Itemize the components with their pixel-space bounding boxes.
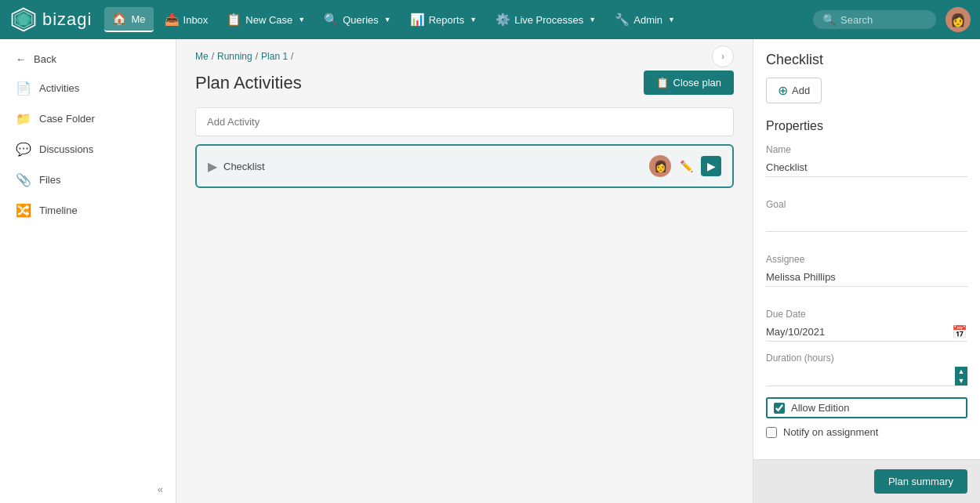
- allow-edition-checkbox[interactable]: [774, 403, 785, 414]
- inbox-icon: 📥: [165, 13, 180, 27]
- duration-increment[interactable]: ▲: [955, 367, 967, 376]
- nav-item-queries[interactable]: 🔍 Queries ▼: [316, 8, 398, 31]
- name-label: Name: [766, 144, 967, 155]
- breadcrumb-running[interactable]: Running: [217, 51, 252, 62]
- duration-field[interactable]: [766, 367, 955, 385]
- discussions-icon: 💬: [16, 142, 31, 157]
- sidebar-item-case-folder[interactable]: 📁 Case Folder: [0, 103, 176, 134]
- page-title: Plan Activities: [195, 73, 302, 93]
- user-avatar[interactable]: 👩: [946, 7, 971, 32]
- plan-summary-button[interactable]: Plan summary: [874, 469, 967, 494]
- prop-group-due-date: Due Date 📅: [766, 309, 967, 342]
- allow-edition-checkbox-group[interactable]: Allow Edition: [766, 397, 967, 418]
- reports-arrow: ▼: [470, 16, 477, 24]
- main-layout: ← Back 📄 Activities 📁 Case Folder 💬 Disc…: [0, 39, 980, 503]
- prop-group-assignee: Assignee: [766, 254, 967, 298]
- prop-group-goal: Goal: [766, 199, 967, 243]
- duration-label: Duration (hours): [766, 353, 967, 364]
- calendar-icon[interactable]: 📅: [952, 324, 967, 339]
- activity-edit-button[interactable]: ✏️: [676, 156, 696, 176]
- sidebar-item-timeline[interactable]: 🔀 Timeline: [0, 195, 176, 226]
- activity-play-icon: ▶: [208, 159, 217, 174]
- add-button[interactable]: ⊕ Add: [766, 78, 822, 103]
- live-processes-arrow: ▼: [589, 16, 596, 24]
- due-date-label: Due Date: [766, 309, 967, 320]
- add-activity-input[interactable]: [195, 107, 734, 136]
- timeline-icon: 🔀: [16, 203, 31, 218]
- due-date-field[interactable]: [766, 323, 952, 341]
- logo-text: bizagi: [42, 9, 92, 30]
- logo[interactable]: bizagi: [9, 5, 92, 34]
- collapse-icon: «: [158, 483, 163, 495]
- notify-assignment-checkbox-group: Notify on assignment: [766, 426, 967, 438]
- activity-card-checklist: ▶ Checklist 👩 ✏️ ▶: [195, 144, 734, 188]
- chevron-right-icon: ›: [721, 51, 724, 62]
- goal-field[interactable]: [766, 213, 967, 232]
- right-panel-footer: Plan summary: [753, 459, 980, 503]
- sidebar-back[interactable]: ← Back: [0, 45, 176, 73]
- sidebar-item-files[interactable]: 📎 Files: [0, 165, 176, 195]
- assignee-field[interactable]: [766, 268, 967, 287]
- panel-collapse-button[interactable]: ›: [712, 45, 734, 67]
- admin-arrow: ▼: [668, 16, 675, 24]
- prop-group-duration: Duration (hours) ▲ ▼: [766, 353, 967, 386]
- activity-submit-button[interactable]: ▶: [701, 156, 721, 176]
- name-field[interactable]: [766, 158, 967, 177]
- live-processes-icon: ⚙️: [495, 13, 510, 27]
- sidebar-item-activities[interactable]: 📄 Activities: [0, 73, 176, 103]
- content-area: Me / Running / Plan 1 / › Plan Activitie…: [176, 39, 753, 503]
- top-navigation: bizagi 🏠 Me 📥 Inbox 📋 New Case ▼ 🔍 Queri…: [0, 0, 980, 39]
- activity-name: Checklist: [223, 161, 265, 172]
- add-circle-icon: ⊕: [778, 83, 788, 98]
- close-plan-icon: 📋: [656, 77, 669, 89]
- breadcrumb-plan1[interactable]: Plan 1: [261, 51, 288, 62]
- duration-spinner: ▲ ▼: [955, 367, 967, 385]
- plan-header: Plan Activities 📋 Close plan: [195, 71, 734, 95]
- notify-assignment-label: Notify on assignment: [783, 426, 878, 438]
- duration-decrement[interactable]: ▼: [955, 376, 967, 385]
- right-panel: Checklist ⊕ Add Properties Name Goal Ass…: [753, 39, 980, 503]
- new-case-arrow: ▼: [298, 16, 305, 24]
- breadcrumb-me[interactable]: Me: [195, 51, 209, 62]
- due-date-wrapper: 📅: [766, 323, 967, 342]
- activity-assignee-avatar: 👩: [649, 155, 671, 177]
- sidebar-item-discussions[interactable]: 💬 Discussions: [0, 134, 176, 165]
- nav-item-live-processes[interactable]: ⚙️ Live Processes ▼: [488, 8, 604, 31]
- notify-assignment-checkbox[interactable]: [766, 427, 777, 438]
- reports-icon: 📊: [410, 13, 425, 27]
- goal-label: Goal: [766, 199, 967, 210]
- close-plan-button[interactable]: 📋 Close plan: [644, 71, 734, 95]
- activities-icon: 📄: [16, 81, 31, 96]
- nav-item-inbox[interactable]: 📥 Inbox: [157, 8, 216, 31]
- search-box[interactable]: 🔍: [813, 10, 936, 29]
- assignee-label: Assignee: [766, 254, 967, 265]
- sidebar: ← Back 📄 Activities 📁 Case Folder 💬 Disc…: [0, 39, 176, 503]
- nav-item-reports[interactable]: 📊 Reports ▼: [402, 8, 485, 31]
- new-case-icon: 📋: [227, 13, 241, 27]
- admin-icon: 🔧: [615, 13, 630, 27]
- nav-item-me[interactable]: 🏠 Me: [104, 7, 153, 32]
- search-input[interactable]: [840, 14, 927, 26]
- breadcrumb: Me / Running / Plan 1 /: [195, 51, 712, 62]
- panel-title: Checklist: [766, 52, 967, 68]
- case-folder-icon: 📁: [16, 111, 31, 126]
- activity-actions: 👩 ✏️ ▶: [649, 155, 721, 177]
- home-icon: 🏠: [112, 12, 127, 26]
- plan-content: Plan Activities 📋 Close plan ▶ Checklist…: [176, 71, 753, 503]
- right-panel-body: Checklist ⊕ Add Properties Name Goal Ass…: [753, 39, 980, 459]
- prop-group-name: Name: [766, 144, 967, 188]
- duration-wrapper: ▲ ▼: [766, 367, 967, 386]
- nav-item-new-case[interactable]: 📋 New Case ▼: [219, 8, 313, 31]
- search-icon: 🔍: [822, 13, 836, 26]
- sidebar-collapse-button[interactable]: «: [0, 476, 176, 503]
- files-icon: 📎: [16, 172, 31, 187]
- queries-icon: 🔍: [324, 13, 339, 27]
- properties-title: Properties: [766, 119, 967, 133]
- nav-item-admin[interactable]: 🔧 Admin ▼: [607, 8, 683, 31]
- queries-arrow: ▼: [384, 16, 391, 24]
- allow-edition-label: Allow Edition: [791, 402, 849, 414]
- back-icon: ←: [16, 53, 26, 65]
